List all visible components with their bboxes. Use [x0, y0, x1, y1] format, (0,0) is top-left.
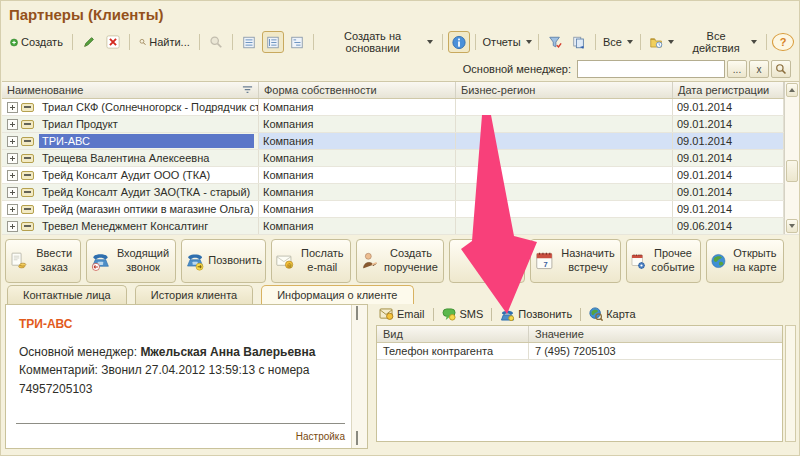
contact-row[interactable]: Телефон контрагента 7 (495) 7205103 — [377, 343, 782, 360]
chevron-down-icon — [627, 40, 633, 44]
enter-order-button[interactable]: Ввести заказ — [5, 239, 81, 283]
expand-icon[interactable] — [7, 153, 18, 164]
partner-icon — [21, 188, 34, 197]
partners-table-header: Наименование Форма собственности Бизнес-… — [2, 82, 799, 99]
client-manager-line: Основной менеджер: Мжельская Анна Валерь… — [19, 343, 343, 362]
table-row-selected[interactable]: ТРИ-АВС Компания 09.01.2014 — [2, 133, 799, 150]
all-button[interactable]: Все — [601, 31, 636, 53]
toolbar-separator — [129, 34, 130, 50]
table-row[interactable]: Тревел Менеджмент Консалтинг Компания 09… — [2, 218, 799, 235]
incoming-call-button[interactable]: Входящий звонок — [86, 239, 176, 283]
expand-icon[interactable] — [7, 204, 18, 215]
copy-icon — [572, 35, 586, 50]
partner-icon — [21, 171, 34, 180]
contact-table-scrollbar[interactable] — [785, 325, 796, 442]
sms-button[interactable]: SMS — [449, 239, 525, 283]
column-filter-icon[interactable] — [242, 85, 253, 96]
toolbar-separator — [232, 34, 233, 50]
other-event-button[interactable]: Прочее событие — [626, 239, 701, 283]
column-header-form[interactable]: Форма собственности — [259, 82, 456, 98]
partner-icon — [21, 120, 34, 129]
table-scrollbar[interactable] — [784, 82, 799, 234]
scroll-thumb[interactable] — [786, 160, 798, 182]
phone-icon — [500, 308, 515, 321]
table-row[interactable]: Триал СКФ (Солнечногорск - Подрядчик стр… — [2, 99, 799, 116]
tab-client-info[interactable]: Информация о клиенте — [261, 285, 413, 304]
call-icon — [185, 246, 205, 276]
cancel-search-button[interactable] — [205, 31, 227, 53]
manager-filter-clear-button[interactable]: x — [749, 60, 769, 78]
errand-icon — [360, 247, 379, 275]
view-tree-button[interactable] — [262, 31, 284, 53]
delete-button[interactable] — [102, 31, 124, 53]
client-info-scrollbar[interactable] — [351, 305, 367, 448]
column-header-value[interactable]: Значение — [529, 326, 782, 342]
expand-icon[interactable] — [7, 119, 18, 130]
sms-icon: SMS — [467, 246, 507, 276]
sms-bubble-icon — [442, 308, 457, 321]
column-header-name[interactable]: Наименование — [2, 82, 259, 98]
table-row[interactable]: Трейд (магазин оптики в магазине Ольга) … — [2, 201, 799, 218]
call-action[interactable]: Позвонить — [500, 308, 572, 321]
search-icon — [139, 35, 146, 49]
edit-button[interactable] — [78, 31, 100, 53]
client-comment-line: Комментарий: Звонил 27.04.2012 13:59:13 … — [19, 361, 343, 398]
send-email-button[interactable]: @ Послать e-mail — [271, 239, 351, 283]
manager-filter-search-button[interactable] — [771, 60, 791, 78]
view-list-button[interactable] — [238, 31, 260, 53]
expand-icon[interactable] — [7, 170, 18, 181]
tab-client-history[interactable]: История клиента — [135, 285, 253, 304]
open-on-map-button[interactable]: Открыть на карте — [706, 239, 784, 283]
partner-icon — [21, 222, 34, 231]
client-info-panel: ТРИ-АВС Основной менеджер: Мжельская Анн… — [5, 304, 368, 449]
column-header-date[interactable]: Дата регистрации — [673, 82, 784, 98]
email-action[interactable]: Email — [379, 308, 425, 320]
reports-button[interactable]: Отчеты — [481, 31, 532, 53]
funnel-icon — [548, 35, 562, 50]
help-button[interactable]: ? — [772, 33, 794, 51]
scroll-down-icon[interactable] — [786, 219, 798, 233]
scroll-up-icon[interactable] — [356, 308, 358, 320]
all-actions-button[interactable]: Все действия — [682, 31, 761, 53]
chevron-down-icon — [427, 40, 433, 44]
expand-icon[interactable] — [7, 187, 18, 198]
delete-x-icon — [106, 35, 120, 49]
info-button[interactable] — [448, 31, 470, 53]
expand-icon[interactable] — [7, 221, 18, 232]
expand-icon[interactable] — [7, 102, 18, 113]
manager-filter-input[interactable] — [577, 60, 725, 78]
svg-text:SMS: SMS — [476, 253, 495, 263]
action-button-bar: Ввести заказ Входящий звонок Позвонить @… — [5, 239, 784, 284]
map-action[interactable]: Карта — [589, 307, 635, 321]
view-hierarchy-button[interactable] — [286, 31, 308, 53]
table-row[interactable]: Трейд Консалт Аудит ООО (ТКА) Компания 0… — [2, 167, 799, 184]
call-button[interactable]: Позвонить — [181, 239, 266, 283]
pencil-icon — [82, 35, 96, 49]
create-based-on-button[interactable]: Создать на основании — [319, 31, 438, 53]
list-view-icon — [242, 35, 256, 50]
map-icon — [710, 246, 727, 276]
history-button[interactable] — [646, 31, 678, 53]
table-row[interactable]: Триал Продукт Компания 09.01.2014 — [2, 116, 799, 133]
filter-settings-button[interactable] — [544, 31, 566, 53]
scroll-up-icon[interactable] — [786, 83, 798, 97]
incoming-call-icon — [90, 246, 111, 276]
settings-link[interactable]: Настройка — [296, 431, 345, 442]
manager-filter-more-button[interactable]: ... — [727, 60, 747, 78]
scroll-down-icon[interactable] — [356, 433, 358, 445]
other-event-icon — [630, 247, 646, 275]
find-button[interactable]: Найти... — [135, 31, 194, 53]
copy-settings-button[interactable] — [568, 31, 590, 53]
appoint-meeting-button[interactable]: 7 Назначить встречу — [530, 239, 621, 283]
table-row[interactable]: Трещева Валентина Алексеевна Компания 09… — [2, 150, 799, 167]
manager-filter: Основной менеджер: ... x — [463, 58, 791, 80]
column-header-region[interactable]: Бизнес-регион — [456, 82, 673, 98]
tab-contact-persons[interactable]: Контактные лица — [7, 285, 127, 304]
column-header-kind[interactable]: Вид — [377, 326, 529, 342]
table-row[interactable]: Трейд Консалт Аудит ЗАО(ТКА - старый) Ко… — [2, 184, 799, 201]
expand-icon[interactable] — [7, 136, 18, 147]
chevron-down-icon — [751, 40, 757, 44]
sms-action[interactable]: SMS — [442, 308, 484, 321]
create-button[interactable]: Создать — [6, 31, 67, 53]
create-errand-button[interactable]: Создать поручение — [356, 239, 444, 283]
